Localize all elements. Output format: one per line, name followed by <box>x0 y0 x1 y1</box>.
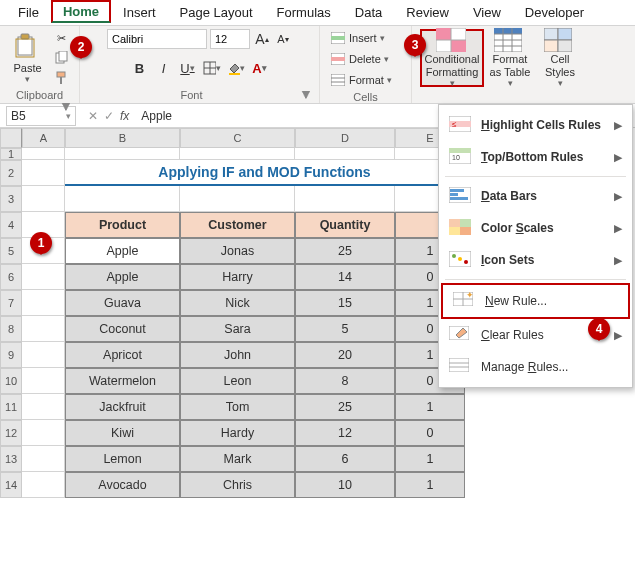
row-header[interactable]: 6 <box>0 264 22 290</box>
cell[interactable] <box>65 186 180 212</box>
table-cell[interactable]: 1 <box>395 394 465 420</box>
decrease-font-button[interactable]: A▾ <box>274 30 292 48</box>
column-header[interactable]: A <box>22 128 65 148</box>
cell-styles-button[interactable]: Cell Styles▾ <box>536 30 584 86</box>
table-header[interactable]: Customer <box>180 212 295 238</box>
format-painter-button[interactable] <box>51 69 71 87</box>
column-header[interactable]: B <box>65 128 180 148</box>
cell[interactable] <box>65 148 180 160</box>
tab-data[interactable]: Data <box>343 1 394 24</box>
cell[interactable] <box>180 148 295 160</box>
table-header[interactable]: Quantity <box>295 212 395 238</box>
row-header[interactable]: 8 <box>0 316 22 342</box>
borders-button[interactable]: ▾ <box>203 59 221 77</box>
row-header[interactable]: 10 <box>0 368 22 394</box>
fx-icon[interactable]: fx <box>120 109 129 123</box>
menu-manage-rules[interactable]: Manage Rules... <box>439 351 632 383</box>
table-cell[interactable]: Hardy <box>180 420 295 446</box>
menu-color-scales[interactable]: Color Scales ▶ <box>439 212 632 244</box>
font-size-select[interactable] <box>210 29 250 49</box>
cell[interactable] <box>22 316 65 342</box>
table-cell[interactable]: John <box>180 342 295 368</box>
table-cell[interactable]: Watermelon <box>65 368 180 394</box>
table-cell[interactable]: Kiwi <box>65 420 180 446</box>
cell[interactable] <box>22 264 65 290</box>
table-cell[interactable]: Apricot <box>65 342 180 368</box>
row-header[interactable]: 3 <box>0 186 22 212</box>
format-as-table-button[interactable]: Format as Table▾ <box>486 30 534 86</box>
column-header[interactable]: C <box>180 128 295 148</box>
tab-developer[interactable]: Developer <box>513 1 596 24</box>
row-header[interactable]: 7 <box>0 290 22 316</box>
table-cell[interactable]: 0 <box>395 420 465 446</box>
table-cell[interactable]: 25 <box>295 394 395 420</box>
cell[interactable] <box>22 148 65 160</box>
italic-button[interactable]: I <box>155 59 173 77</box>
cell[interactable] <box>22 420 65 446</box>
row-header[interactable]: 12 <box>0 420 22 446</box>
underline-button[interactable]: U ▾ <box>179 59 197 77</box>
cut-button[interactable]: ✂ <box>51 29 71 47</box>
table-cell[interactable]: 15 <box>295 290 395 316</box>
select-all-corner[interactable] <box>0 128 22 148</box>
row-header[interactable]: 4 <box>0 212 22 238</box>
cell[interactable] <box>22 472 65 498</box>
cancel-formula-icon[interactable]: ✕ <box>88 109 98 123</box>
table-cell[interactable]: 10 <box>295 472 395 498</box>
table-cell[interactable]: 1 <box>395 446 465 472</box>
table-cell[interactable]: Apple <box>65 264 180 290</box>
cell[interactable] <box>22 160 65 186</box>
insert-cells-button[interactable]: Insert ▾ <box>328 29 394 47</box>
table-cell[interactable]: Harry <box>180 264 295 290</box>
table-cell[interactable]: Mark <box>180 446 295 472</box>
cell[interactable] <box>295 148 395 160</box>
font-color-button[interactable]: A▾ <box>251 59 269 77</box>
table-cell[interactable]: Lemon <box>65 446 180 472</box>
dialog-launcher-icon[interactable]: ⯆ <box>61 101 71 112</box>
row-header[interactable]: 2 <box>0 160 22 186</box>
tab-page-layout[interactable]: Page Layout <box>168 1 265 24</box>
delete-cells-button[interactable]: Delete ▾ <box>328 50 394 68</box>
table-cell[interactable]: 20 <box>295 342 395 368</box>
table-cell[interactable]: Sara <box>180 316 295 342</box>
table-cell[interactable]: Chris <box>180 472 295 498</box>
menu-highlight-cells-rules[interactable]: ≤ HHighlight Cells Rulesighlight Cells R… <box>439 109 632 141</box>
tab-formulas[interactable]: Formulas <box>265 1 343 24</box>
tab-file[interactable]: File <box>6 1 51 24</box>
row-header[interactable]: 1 <box>0 148 22 160</box>
menu-data-bars[interactable]: Data Bars ▶ <box>439 180 632 212</box>
font-family-select[interactable] <box>107 29 207 49</box>
cell[interactable] <box>22 186 65 212</box>
fill-color-button[interactable]: ▾ <box>227 59 245 77</box>
table-cell[interactable]: Leon <box>180 368 295 394</box>
table-cell[interactable]: Tom <box>180 394 295 420</box>
table-cell[interactable]: 12 <box>295 420 395 446</box>
table-cell[interactable]: 25 <box>295 238 395 264</box>
format-cells-button[interactable]: Format ▾ <box>328 71 394 89</box>
table-cell[interactable]: 14 <box>295 264 395 290</box>
title-cell[interactable]: Applying IF and MOD Functions <box>65 160 465 186</box>
cell[interactable] <box>22 290 65 316</box>
row-header[interactable]: 13 <box>0 446 22 472</box>
table-cell[interactable]: 1 <box>395 472 465 498</box>
tab-review[interactable]: Review <box>394 1 461 24</box>
table-cell[interactable]: 8 <box>295 368 395 394</box>
accept-formula-icon[interactable]: ✓ <box>104 109 114 123</box>
bold-button[interactable]: B <box>131 59 149 77</box>
tab-view[interactable]: View <box>461 1 513 24</box>
row-header[interactable]: 14 <box>0 472 22 498</box>
table-header[interactable]: Product <box>65 212 180 238</box>
tab-insert[interactable]: Insert <box>111 1 168 24</box>
row-header[interactable]: 11 <box>0 394 22 420</box>
table-cell[interactable]: Guava <box>65 290 180 316</box>
cell[interactable] <box>22 446 65 472</box>
dialog-launcher-icon[interactable]: ⯆ <box>301 89 311 100</box>
table-cell[interactable]: 5 <box>295 316 395 342</box>
cell[interactable] <box>22 368 65 394</box>
cell[interactable] <box>22 394 65 420</box>
cell[interactable] <box>295 186 395 212</box>
menu-icon-sets[interactable]: Icon Sets ▶ <box>439 244 632 276</box>
conditional-formatting-button[interactable]: Conditional Formatting▾ <box>420 29 484 87</box>
row-header[interactable]: 9 <box>0 342 22 368</box>
cell[interactable] <box>22 342 65 368</box>
